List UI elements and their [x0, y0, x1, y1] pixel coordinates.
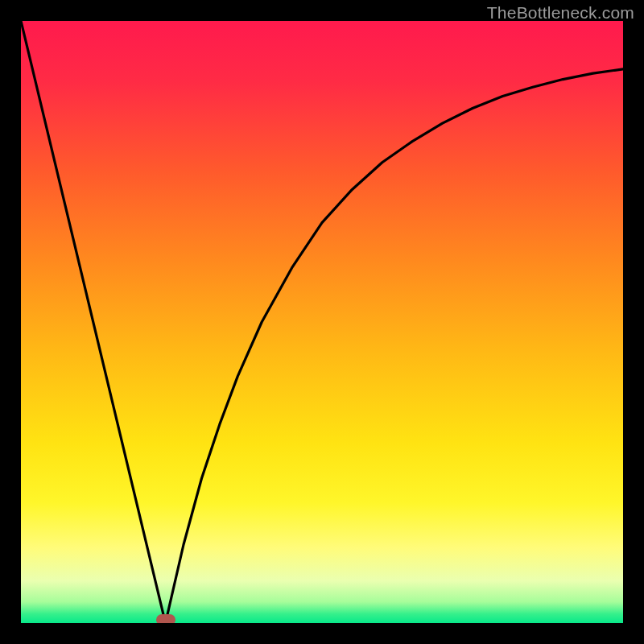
plot-area [21, 21, 623, 623]
curve-layer [21, 21, 623, 623]
watermark-text: TheBottleneck.com [487, 3, 634, 23]
bottleneck-curve [21, 21, 623, 623]
chart-frame: TheBottleneck.com [0, 0, 644, 644]
minimum-marker [156, 614, 175, 623]
